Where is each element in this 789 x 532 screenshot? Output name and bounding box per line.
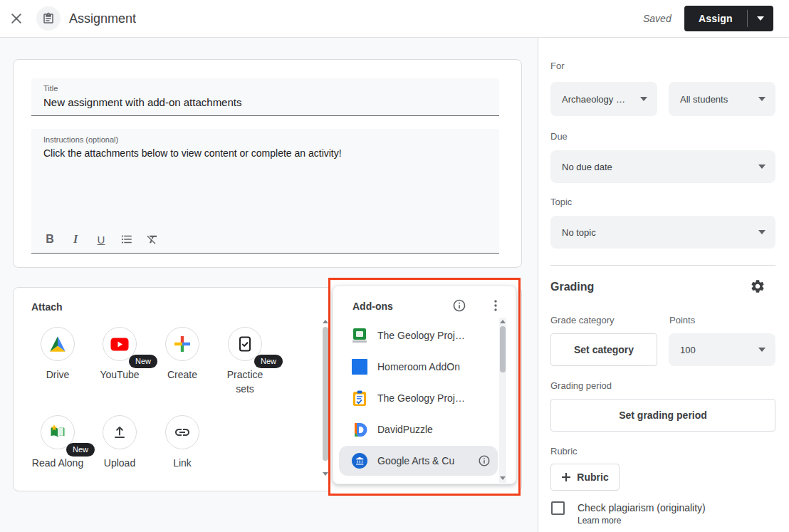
settings-sidebar: For Archaeology … All students Due No du…	[538, 38, 789, 532]
assign-button-label: Assign	[699, 13, 733, 24]
class-select-value: Archaeology …	[550, 94, 640, 105]
bulleted-list-button[interactable]	[118, 231, 135, 248]
page-title: Assignment	[69, 11, 136, 26]
add-rubric-button[interactable]: Rubric	[550, 464, 620, 491]
scrollbar-thumb[interactable]	[323, 327, 328, 461]
info-icon	[452, 298, 466, 313]
grading-settings-button[interactable]	[750, 278, 766, 297]
addon-item-geology-1[interactable]: The Geology Proj…	[339, 320, 498, 350]
instructions-field-label: Instructions (optional)	[43, 135, 118, 144]
letter-d-icon	[351, 422, 368, 438]
students-select-value: All students	[669, 94, 758, 105]
bulleted-list-icon	[120, 233, 133, 246]
scroll-down-icon[interactable]	[323, 472, 328, 476]
addons-info-button[interactable]	[452, 298, 466, 315]
attach-item-drive[interactable]: Drive	[31, 327, 85, 382]
google-drive-icon	[41, 327, 75, 361]
new-badge: New	[129, 355, 157, 368]
close-button[interactable]	[9, 11, 23, 28]
upload-icon	[103, 415, 137, 449]
points-label: Points	[669, 315, 695, 325]
attach-item-label: Create	[155, 367, 209, 382]
italic-button[interactable]: I	[67, 231, 84, 248]
grade-category-label: Grade category	[550, 315, 615, 325]
attach-item-upload[interactable]: Upload	[93, 415, 147, 470]
scroll-up-icon[interactable]	[323, 320, 328, 323]
attach-item-label: Link	[155, 456, 209, 470]
title-field[interactable]: Title New assignment with add-on attachm…	[31, 78, 499, 116]
rubric-label: Rubric	[550, 446, 578, 457]
addons-scrollbar[interactable]	[499, 318, 506, 483]
attach-item-label: Drive	[31, 367, 85, 382]
info-icon	[478, 454, 491, 467]
formatting-toolbar: B I U	[41, 231, 161, 248]
instructions-field-value: Click the attachments below to view cont…	[43, 147, 342, 159]
addon-item-label: Google Arts & Cu	[377, 455, 454, 466]
scroll-up-icon[interactable]	[500, 320, 506, 323]
addons-menu-button[interactable]	[488, 298, 503, 313]
addon-item-label: The Geology Proj…	[377, 330, 465, 341]
scrollbar-thumb[interactable]	[500, 326, 506, 372]
addon-item-geology-2[interactable]: The Geology Proj…	[339, 383, 498, 413]
scroll-down-icon[interactable]	[500, 476, 506, 480]
topic-select-value: No topic	[550, 227, 758, 238]
topic-select[interactable]: No topic	[550, 216, 775, 249]
addon-item-label: The Geology Proj…	[377, 392, 465, 404]
addon-item-arts-culture[interactable]: Google Arts & Cu	[339, 446, 498, 476]
addons-title: Add-ons	[352, 301, 393, 312]
plagiarism-checkbox[interactable]	[551, 501, 565, 515]
set-category-button[interactable]: Set category	[550, 333, 657, 366]
chevron-down-icon	[758, 230, 766, 234]
saved-status: Saved	[643, 13, 672, 24]
editor-card: Title New assignment with add-on attachm…	[13, 59, 522, 268]
assign-dropdown-button[interactable]	[748, 6, 773, 31]
close-icon	[9, 11, 23, 26]
classroom-green-icon	[351, 328, 368, 343]
new-badge: New	[254, 355, 283, 368]
add-rubric-label: Rubric	[577, 471, 608, 483]
chevron-down-icon	[758, 165, 766, 169]
for-label: For	[550, 61, 565, 71]
title-field-label: Title	[43, 84, 58, 93]
clear-formatting-icon	[146, 233, 159, 246]
blue-square-icon	[351, 359, 368, 375]
underline-button[interactable]: U	[93, 231, 110, 248]
attach-item-label: Upload	[93, 456, 147, 470]
top-bar: Assignment Saved Assign	[0, 0, 789, 38]
gear-icon	[750, 278, 766, 294]
chevron-down-icon	[758, 348, 766, 352]
kebab-menu-icon	[494, 300, 497, 311]
link-icon	[165, 415, 199, 449]
addon-info-button[interactable]	[478, 454, 491, 467]
attach-item-label: Read Along	[31, 456, 85, 470]
clear-formatting-button[interactable]	[144, 231, 161, 248]
clipboard-icon	[42, 12, 55, 25]
addon-item-homeroom[interactable]: Homeroom AddOn	[339, 352, 498, 382]
learn-more-link[interactable]: Learn more	[578, 516, 621, 526]
attach-item-create[interactable]: Create	[155, 327, 209, 382]
set-grading-period-button[interactable]: Set grading period	[550, 399, 775, 432]
grading-period-label: Grading period	[550, 380, 612, 391]
due-date-select[interactable]: No due date	[550, 150, 775, 183]
due-date-value: No due date	[550, 162, 758, 172]
bold-button[interactable]: B	[41, 231, 58, 248]
addons-popup: Add-ons The Geology Proj… Homeroom AddOn…	[333, 286, 516, 484]
points-select[interactable]: 100	[669, 333, 775, 366]
due-label: Due	[550, 131, 568, 142]
points-value: 100	[669, 345, 758, 355]
plus-icon	[561, 472, 571, 482]
addon-item-davidpuzzle[interactable]: DavidPuzzle	[339, 414, 498, 444]
students-select[interactable]: All students	[669, 82, 775, 116]
chevron-down-icon	[640, 97, 647, 101]
instructions-field[interactable]: Instructions (optional) Click the attach…	[31, 129, 499, 254]
topic-label: Topic	[550, 197, 572, 207]
title-field-value: New assignment with add-on attachments	[43, 96, 241, 108]
set-grading-period-label: Set grading period	[619, 410, 707, 421]
grading-heading: Grading	[550, 281, 594, 293]
assign-button[interactable]: Assign	[684, 6, 747, 31]
chevron-down-icon	[757, 16, 764, 21]
attach-item-label: Practice sets	[218, 367, 272, 396]
class-select[interactable]: Archaeology …	[550, 82, 657, 116]
attach-item-link[interactable]: Link	[155, 415, 209, 470]
create-plus-icon	[165, 327, 199, 361]
